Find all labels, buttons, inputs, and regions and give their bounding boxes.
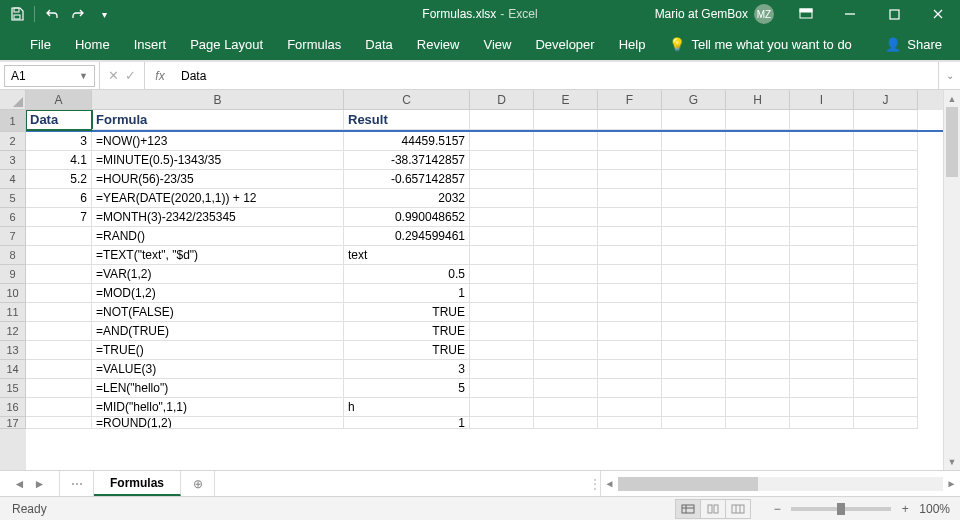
cell-D2[interactable]: [470, 132, 534, 151]
cell-A9[interactable]: [26, 265, 92, 284]
row-header-9[interactable]: 9: [0, 265, 26, 284]
fx-icon[interactable]: fx: [145, 62, 175, 89]
column-header-G[interactable]: G: [662, 90, 726, 110]
account-user[interactable]: Mario at GemBox MZ: [655, 4, 784, 24]
cell-B8[interactable]: =TEXT("text", "$d"): [92, 246, 344, 265]
cell-E12[interactable]: [534, 322, 598, 341]
row-header-3[interactable]: 3: [0, 151, 26, 170]
scroll-down-icon[interactable]: ▼: [944, 453, 960, 470]
cell-A1[interactable]: Data: [26, 110, 92, 130]
cell-C4[interactable]: -0.657142857: [344, 170, 470, 189]
zoom-slider-handle[interactable]: [837, 503, 845, 515]
minimize-icon[interactable]: [828, 0, 872, 28]
tab-file[interactable]: File: [18, 28, 63, 60]
add-sheet-icon[interactable]: ⊕: [181, 471, 215, 496]
cell-E9[interactable]: [534, 265, 598, 284]
cell-J13[interactable]: [854, 341, 918, 360]
cell-D15[interactable]: [470, 379, 534, 398]
sheet-prev-icon[interactable]: ◄: [14, 477, 26, 491]
cell-H9[interactable]: [726, 265, 790, 284]
cell-F3[interactable]: [598, 151, 662, 170]
normal-view-icon[interactable]: [675, 499, 701, 519]
cell-G7[interactable]: [662, 227, 726, 246]
cell-J2[interactable]: [854, 132, 918, 151]
column-header-E[interactable]: E: [534, 90, 598, 110]
tell-me-search[interactable]: 💡Tell me what you want to do: [657, 28, 863, 60]
horizontal-scrollbar[interactable]: ◄ ►: [600, 471, 960, 496]
column-header-H[interactable]: H: [726, 90, 790, 110]
scroll-track[interactable]: [944, 107, 960, 453]
expand-formula-bar-icon[interactable]: ⌄: [938, 62, 960, 89]
tab-formulas[interactable]: Formulas: [275, 28, 353, 60]
cell-G3[interactable]: [662, 151, 726, 170]
cell-C5[interactable]: 2032: [344, 189, 470, 208]
cell-D17[interactable]: [470, 417, 534, 429]
cell-F15[interactable]: [598, 379, 662, 398]
tab-view[interactable]: View: [471, 28, 523, 60]
cell-H17[interactable]: [726, 417, 790, 429]
cell-A13[interactable]: [26, 341, 92, 360]
cell-H7[interactable]: [726, 227, 790, 246]
formula-input[interactable]: Data: [175, 62, 938, 89]
row-header-5[interactable]: 5: [0, 189, 26, 208]
cell-I2[interactable]: [790, 132, 854, 151]
scroll-thumb[interactable]: [946, 107, 958, 177]
zoom-out-icon[interactable]: −: [769, 502, 785, 516]
row-header-10[interactable]: 10: [0, 284, 26, 303]
cell-B3[interactable]: =MINUTE(0.5)-1343/35: [92, 151, 344, 170]
row-header-11[interactable]: 11: [0, 303, 26, 322]
scroll-up-icon[interactable]: ▲: [944, 90, 960, 107]
row-header-8[interactable]: 8: [0, 246, 26, 265]
cell-J10[interactable]: [854, 284, 918, 303]
row-header-7[interactable]: 7: [0, 227, 26, 246]
cell-C15[interactable]: 5: [344, 379, 470, 398]
cell-H13[interactable]: [726, 341, 790, 360]
cell-G11[interactable]: [662, 303, 726, 322]
cell-D3[interactable]: [470, 151, 534, 170]
cell-A12[interactable]: [26, 322, 92, 341]
cell-I6[interactable]: [790, 208, 854, 227]
cell-C11[interactable]: TRUE: [344, 303, 470, 322]
column-header-A[interactable]: A: [26, 90, 92, 110]
cell-D7[interactable]: [470, 227, 534, 246]
cell-I11[interactable]: [790, 303, 854, 322]
zoom-level[interactable]: 100%: [919, 502, 950, 516]
cell-G12[interactable]: [662, 322, 726, 341]
cell-B15[interactable]: =LEN("hello"): [92, 379, 344, 398]
cell-H10[interactable]: [726, 284, 790, 303]
row-header-1[interactable]: 1: [0, 110, 26, 132]
cell-F14[interactable]: [598, 360, 662, 379]
cell-I12[interactable]: [790, 322, 854, 341]
cell-I1[interactable]: [790, 110, 854, 130]
page-break-view-icon[interactable]: [725, 499, 751, 519]
cell-C2[interactable]: 44459.5157: [344, 132, 470, 151]
cell-E7[interactable]: [534, 227, 598, 246]
cell-I5[interactable]: [790, 189, 854, 208]
cell-E2[interactable]: [534, 132, 598, 151]
cell-B2[interactable]: =NOW()+123: [92, 132, 344, 151]
cell-G17[interactable]: [662, 417, 726, 429]
cell-B4[interactable]: =HOUR(56)-23/35: [92, 170, 344, 189]
cell-J6[interactable]: [854, 208, 918, 227]
cell-J11[interactable]: [854, 303, 918, 322]
cell-F9[interactable]: [598, 265, 662, 284]
cell-E16[interactable]: [534, 398, 598, 417]
cell-F2[interactable]: [598, 132, 662, 151]
cell-C16[interactable]: h: [344, 398, 470, 417]
cell-G13[interactable]: [662, 341, 726, 360]
cell-J8[interactable]: [854, 246, 918, 265]
cell-H14[interactable]: [726, 360, 790, 379]
cell-E11[interactable]: [534, 303, 598, 322]
page-layout-view-icon[interactable]: [700, 499, 726, 519]
name-box[interactable]: A1 ▼: [4, 65, 95, 87]
cell-B11[interactable]: =NOT(FALSE): [92, 303, 344, 322]
cell-A15[interactable]: [26, 379, 92, 398]
cell-A10[interactable]: [26, 284, 92, 303]
column-header-F[interactable]: F: [598, 90, 662, 110]
cell-H12[interactable]: [726, 322, 790, 341]
cell-D6[interactable]: [470, 208, 534, 227]
cell-B13[interactable]: =TRUE(): [92, 341, 344, 360]
tab-data[interactable]: Data: [353, 28, 404, 60]
cell-I8[interactable]: [790, 246, 854, 265]
qat-customize-icon[interactable]: ▾: [95, 5, 113, 23]
